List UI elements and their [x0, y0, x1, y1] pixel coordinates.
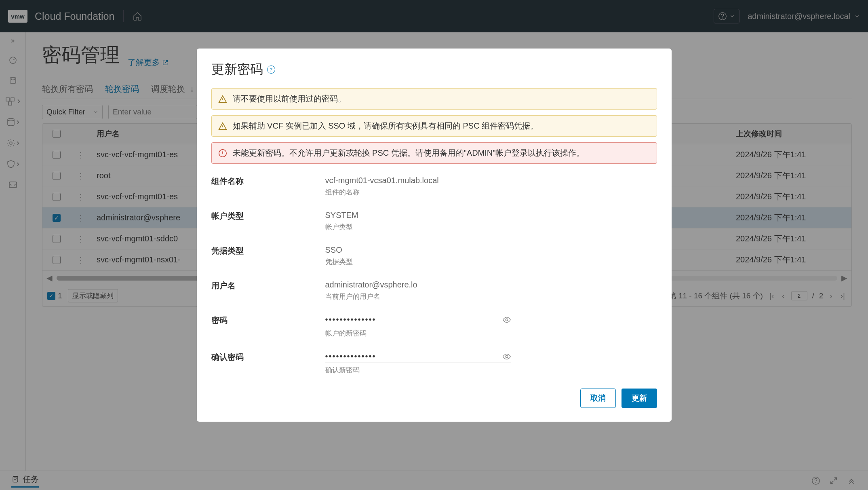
warning-icon [218, 95, 227, 103]
update-button[interactable]: 更新 [622, 389, 657, 408]
account-type-label: 帐户类型 [211, 211, 325, 232]
modal-help-icon[interactable]: ? [267, 65, 275, 74]
confirm-password-input[interactable] [325, 352, 502, 361]
toggle-confirm-password-icon[interactable] [502, 352, 511, 361]
error-icon [218, 149, 227, 158]
alert-text: 请不要使用以前使用过的密码。 [233, 93, 346, 104]
account-type-value: SYSTEM [325, 211, 657, 220]
account-type-sub: 帐户类型 [325, 222, 657, 232]
username-sub: 当前用户的用户名 [325, 292, 657, 301]
confirm-password-sub: 确认新密码 [325, 365, 657, 375]
password-sub: 帐户的新密码 [325, 329, 657, 338]
alert-warning-1: 请不要使用以前使用过的密码。 [211, 88, 657, 110]
password-label: 密码 [211, 315, 325, 338]
cred-type-label: 凭据类型 [211, 245, 325, 266]
cred-type-value: SSO [325, 245, 657, 255]
confirm-password-label: 确认密码 [211, 352, 325, 375]
alert-error: 未能更新密码。不允许用户更新或轮换 PSC 凭据。请使用备用的"ADMIN"帐户… [211, 142, 657, 164]
component-label: 组件名称 [211, 176, 325, 197]
cancel-button[interactable]: 取消 [580, 389, 616, 408]
svg-point-16 [506, 319, 508, 321]
alert-text: 如果辅助 VCF 实例已加入 SSO 域，请确保所有实例具有相同的 PSC 组件… [233, 120, 539, 131]
modal-overlay: 更新密码 ? 请不要使用以前使用过的密码。 如果辅助 VCF 实例已加入 SSO… [0, 0, 868, 490]
toggle-password-icon[interactable] [502, 315, 511, 324]
username-value: administrator@vsphere.lo [325, 280, 657, 289]
username-label: 用户名 [211, 280, 325, 301]
alert-text: 未能更新密码。不允许用户更新或轮换 PSC 凭据。请使用备用的"ADMIN"帐户… [233, 148, 585, 158]
alert-warning-2: 如果辅助 VCF 实例已加入 SSO 域，请确保所有实例具有相同的 PSC 组件… [211, 115, 657, 137]
component-sub: 组件的名称 [325, 188, 657, 197]
cred-type-sub: 凭据类型 [325, 257, 657, 266]
svg-point-17 [506, 355, 508, 358]
password-input[interactable] [325, 315, 502, 324]
component-value: vcf-mgmt01-vcsa01.mulab.local [325, 176, 657, 185]
modal-title: 更新密码 ? [211, 61, 657, 78]
warning-icon [218, 122, 227, 131]
update-password-modal: 更新密码 ? 请不要使用以前使用过的密码。 如果辅助 VCF 实例已加入 SSO… [197, 49, 672, 422]
